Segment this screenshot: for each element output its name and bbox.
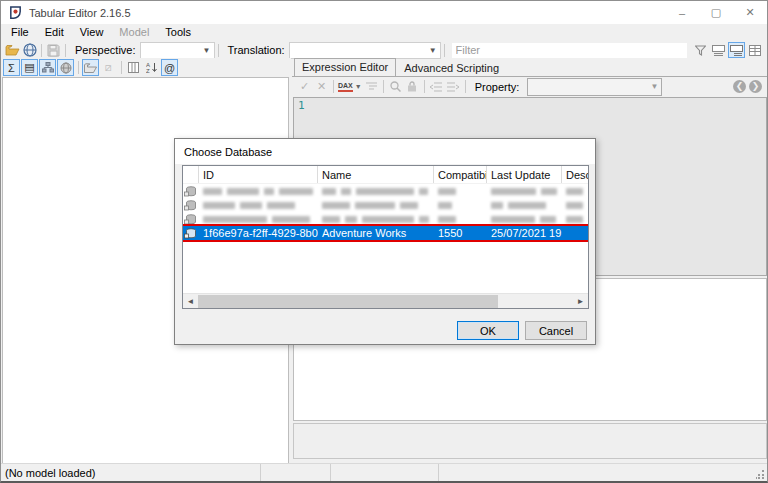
line-number: 1: [294, 98, 766, 112]
window-title: Tabular Editor 2.16.5: [29, 7, 131, 19]
cancel-button[interactable]: Cancel: [525, 321, 587, 340]
choose-database-dialog: Choose Database ID Name Compatibility La…: [174, 138, 596, 345]
dax-formatter-icon[interactable]: DAX ▼: [338, 82, 362, 92]
menu-edit[interactable]: Edit: [37, 24, 72, 41]
database-icon: [183, 198, 199, 212]
list-header-row: ID Name Compatibility Last Update Descri…: [183, 166, 588, 184]
tab-expression-editor[interactable]: Expression Editor: [294, 58, 396, 76]
database-icon: [183, 212, 199, 226]
database-icon: [183, 184, 199, 198]
property-label: Property:: [475, 81, 520, 93]
menu-model: Model: [111, 24, 157, 41]
toolbar-separator: [383, 80, 384, 93]
filter-input-wrap: [452, 43, 687, 58]
database-list[interactable]: ID Name Compatibility Last Update Descri…: [182, 165, 589, 309]
open-folder-icon[interactable]: [4, 42, 21, 58]
toolbar-separator: [424, 80, 425, 93]
column-header-icon[interactable]: [183, 166, 199, 183]
perspective-label: Perspective:: [75, 44, 136, 56]
status-segment: [261, 464, 331, 481]
toolbar-separator: [333, 80, 334, 93]
toolbar-separator: [218, 44, 219, 57]
grouped-view-icon[interactable]: [728, 42, 745, 58]
message-panel: [293, 423, 767, 459]
title-bar: Tabular Editor 2.16.5 – ▢ ✕: [1, 1, 767, 24]
translation-select[interactable]: ▼: [289, 42, 441, 59]
database-icon: [183, 226, 199, 240]
editor-tabs: Expression Editor Advanced Scripting: [294, 58, 507, 76]
chevron-down-icon[interactable]: ▼: [355, 83, 362, 90]
app-logo-icon: [8, 5, 23, 20]
table-view-icon[interactable]: [746, 42, 763, 58]
model-toolbar: Σ ▤ ⧄ AZ @: [1, 58, 291, 77]
database-description-cell: [562, 226, 588, 240]
table-row-selected[interactable]: 1f66e97a-f2ff-4929-8b0a-e5c6... Adventur…: [183, 226, 588, 240]
toolbar-separator: [78, 61, 79, 74]
outdent-icon: [428, 79, 445, 95]
column-header-last-update[interactable]: Last Update: [487, 166, 562, 183]
tab-advanced-scripting[interactable]: Advanced Scripting: [397, 60, 506, 76]
partitions-globe-icon[interactable]: [57, 59, 74, 76]
scroll-left-icon[interactable]: ◄: [183, 294, 198, 309]
maximize-button[interactable]: ▢: [699, 1, 733, 24]
metadata-columns-icon[interactable]: [125, 59, 142, 76]
chevron-down-icon: ▼: [650, 82, 658, 91]
chevron-down-icon: ▼: [429, 46, 437, 55]
status-bar: (No model loaded): [1, 463, 767, 481]
menu-tools[interactable]: Tools: [157, 24, 199, 41]
chevron-down-icon: ▼: [203, 46, 211, 55]
columns-objects-icon[interactable]: ▤: [21, 59, 38, 76]
svg-text:Z: Z: [146, 68, 150, 73]
column-header-id[interactable]: ID: [199, 166, 318, 183]
find-icon: [387, 79, 404, 95]
database-last-update-cell: 25/07/2021 19:22: [487, 226, 562, 240]
app-window: Tabular Editor 2.16.5 – ▢ ✕ File Edit Vi…: [0, 0, 768, 483]
filter-at-icon[interactable]: @: [161, 59, 178, 76]
perspective-select[interactable]: ▼: [140, 42, 215, 59]
accept-check-icon: ✓: [296, 79, 313, 95]
save-icon: [45, 42, 62, 58]
filter-funnel-icon[interactable]: [692, 42, 709, 58]
scroll-right-icon[interactable]: ►: [573, 294, 588, 309]
ok-button[interactable]: OK: [457, 321, 519, 340]
menu-view[interactable]: View: [72, 24, 112, 41]
status-segment: [439, 464, 767, 481]
close-button[interactable]: ✕: [733, 1, 767, 24]
indent-icon: [445, 79, 462, 95]
sigma-measures-icon[interactable]: Σ: [3, 59, 20, 76]
minimize-button[interactable]: –: [665, 1, 699, 24]
navigate-back-icon: ❮: [733, 80, 746, 93]
dialog-title-bar: Choose Database: [175, 139, 595, 164]
translation-label: Translation:: [228, 44, 285, 56]
column-header-compatibility[interactable]: Compatibility: [434, 166, 487, 183]
format-expression-icon: [363, 79, 380, 95]
menu-file[interactable]: File: [3, 24, 37, 41]
database-compatibility-cell: 1550: [434, 226, 487, 240]
menu-bar: File Edit View Model Tools: [1, 24, 768, 41]
table-row-redacted[interactable]: [183, 198, 588, 212]
display-folders-icon[interactable]: [82, 59, 99, 76]
dialog-title: Choose Database: [184, 146, 272, 158]
resize-grip-icon[interactable]: [756, 470, 765, 479]
toolbar-separator: [121, 61, 122, 74]
scrollbar-thumb[interactable]: [198, 295, 498, 308]
property-select: ▼: [527, 78, 662, 96]
flat-view-icon[interactable]: [710, 42, 727, 58]
globe-icon[interactable]: [21, 42, 38, 58]
filter-input[interactable]: [452, 43, 687, 57]
table-row-redacted[interactable]: [183, 212, 588, 226]
database-name-cell: Adventure Works: [318, 226, 434, 240]
navigate-forward-icon: ❯: [749, 80, 762, 93]
table-row-redacted[interactable]: [183, 184, 588, 198]
replace-lock-icon: [404, 79, 421, 95]
toolbar-separator: [41, 44, 42, 57]
hierarchy-icon[interactable]: [39, 59, 56, 76]
column-header-description[interactable]: Description: [562, 166, 588, 183]
database-id-cell: 1f66e97a-f2ff-4929-8b0a-e5c6...: [199, 226, 318, 240]
sort-alphabetical-icon[interactable]: AZ: [143, 59, 160, 76]
horizontal-scrollbar[interactable]: ◄ ►: [183, 293, 588, 308]
column-header-name[interactable]: Name: [318, 166, 434, 183]
main-toolbar: Perspective: ▼ Translation: ▼: [1, 41, 767, 59]
toolbar-separator: [65, 44, 66, 57]
status-text: (No model loaded): [5, 467, 96, 479]
